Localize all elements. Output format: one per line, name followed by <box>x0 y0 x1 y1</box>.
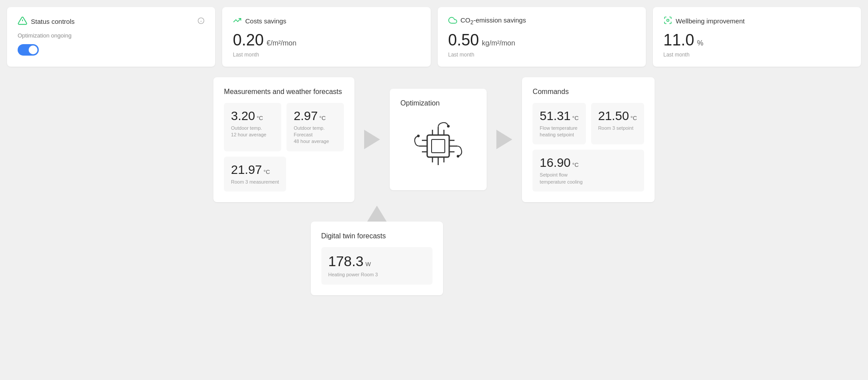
measurements-card: Measurements and weather forecasts 3.20 … <box>213 77 354 203</box>
status-controls-title: Status controls <box>31 18 75 25</box>
meas-label-1: Outdoor temp.12 hour average <box>231 125 274 139</box>
meas-label-3: Room 3 measurement <box>231 179 279 185</box>
dt-label-1: Heating power Room 3 <box>328 271 425 278</box>
flow-section: Measurements and weather forecasts 3.20 … <box>7 77 861 295</box>
wellbeing-header: Wellbeing improvement <box>663 16 850 26</box>
digital-twin-title: Digital twin forecasts <box>321 232 432 240</box>
meas-val-3: 21.97 °C <box>231 163 279 177</box>
co2-title: CO2-emission savings <box>461 16 526 26</box>
cmd-val-3: 16.90 °C <box>540 156 637 170</box>
cost-unit: €/m²/mon <box>267 39 297 47</box>
meas-outdoor-12h: 3.20 °C Outdoor temp.12 hour average <box>224 103 281 151</box>
status-controls-header: Status controls <box>18 16 205 27</box>
measurements-wrapper: 3.20 °C Outdoor temp.12 hour average 2.9… <box>224 103 344 192</box>
co2-icon <box>448 16 457 26</box>
cmd-label-1: Flow temperatureheating setpoint <box>540 125 578 139</box>
cmd-label-3: Setpoint flowtemperature cooling <box>540 172 637 185</box>
svg-point-21 <box>447 125 450 128</box>
co2-value: 0.50 <box>448 31 479 49</box>
status-icon <box>18 16 27 27</box>
wellbeing-icon <box>663 16 672 26</box>
commands-title: Commands <box>533 88 644 96</box>
dt-inner-card: 178.3 W Heating power Room 3 <box>321 247 432 284</box>
svg-point-5 <box>667 19 669 22</box>
co2-savings-card: CO2-emission savings 0.50 kg/m²/mon Last… <box>438 7 646 67</box>
wellbeing-card: Wellbeing improvement 11.0 % Last month <box>653 7 861 67</box>
co2-value-row: 0.50 kg/m²/mon <box>448 31 635 49</box>
commands-card: Commands 51.31 °C Flow temperatureheatin… <box>522 77 655 203</box>
cost-savings-card: Costs savings 0.20 €/m²/mon Last month <box>222 7 430 67</box>
meas-val-1: 3.20 °C <box>231 109 274 123</box>
arrow-to-commands <box>487 130 522 149</box>
svg-rect-6 <box>427 135 449 157</box>
arrow-to-optimization <box>354 130 390 149</box>
cmd-val-1: 51.31 °C <box>540 109 578 123</box>
svg-rect-7 <box>432 139 445 153</box>
cost-value: 0.20 <box>233 31 264 49</box>
meas-room3: 21.97 °C Room 3 measurement <box>224 157 286 192</box>
co2-label: Last month <box>448 52 635 58</box>
measurements-title: Measurements and weather forecasts <box>224 88 344 96</box>
dt-val-1: 178.3 W <box>328 253 425 270</box>
meas-val-2: 2.97 °C <box>294 109 337 123</box>
cmd-flow-cooling: 16.90 °C Setpoint flowtemperature coolin… <box>533 150 644 192</box>
toggle-wrapper <box>18 44 205 56</box>
svg-point-22 <box>457 155 459 158</box>
optimization-card: Optimization <box>390 89 487 190</box>
cmd-label-2: Room 3 setpoint <box>598 125 637 132</box>
optimization-status: Optimization ongoing <box>18 32 205 39</box>
command-grid: 51.31 °C Flow temperatureheating setpoin… <box>533 103 644 192</box>
cost-savings-title: Costs savings <box>245 17 286 25</box>
co2-savings-header: CO2-emission savings <box>448 16 635 26</box>
meas-label-2: Outdoor temp. Forecast48 hour average <box>294 125 337 145</box>
meas-row-2: 21.97 °C Room 3 measurement <box>224 157 344 192</box>
cost-label: Last month <box>233 52 420 58</box>
wellbeing-unit: % <box>697 39 703 47</box>
wellbeing-value-row: 11.0 % <box>663 31 850 49</box>
cost-savings-header: Costs savings <box>233 16 420 26</box>
info-button[interactable] <box>197 17 205 26</box>
middle-layout: Measurements and weather forecasts 3.20 … <box>7 77 861 203</box>
cmd-flow-temp: 51.31 °C Flow temperatureheating setpoin… <box>533 103 585 145</box>
cmd-room3-setpoint: 21.50 °C Room 3 setpoint <box>591 103 644 145</box>
cost-value-row: 0.20 €/m²/mon <box>233 31 420 49</box>
wellbeing-label: Last month <box>663 52 850 58</box>
svg-point-20 <box>417 135 420 137</box>
optimization-title: Optimization <box>400 99 440 107</box>
co2-unit: kg/m²/mon <box>482 39 515 47</box>
bottom-layout: Digital twin forecasts 178.3 W Heating p… <box>311 206 443 295</box>
meas-row-1: 3.20 °C Outdoor temp.12 hour average 2.9… <box>224 103 344 151</box>
cpu-visualization <box>410 117 467 177</box>
status-controls-card: Status controls Optimization ongoing <box>7 7 215 67</box>
cmd-val-2: 21.50 °C <box>598 109 637 123</box>
wellbeing-title: Wellbeing improvement <box>676 17 745 25</box>
top-row: Status controls Optimization ongoing <box>7 7 861 67</box>
meas-outdoor-48h: 2.97 °C Outdoor temp. Forecast48 hour av… <box>287 103 344 151</box>
cost-icon <box>233 16 242 26</box>
arrow-up-from-dt <box>367 206 387 222</box>
optimization-toggle[interactable] <box>18 44 39 56</box>
wellbeing-value: 11.0 <box>663 31 694 49</box>
digital-twin-card: Digital twin forecasts 178.3 W Heating p… <box>311 222 443 295</box>
